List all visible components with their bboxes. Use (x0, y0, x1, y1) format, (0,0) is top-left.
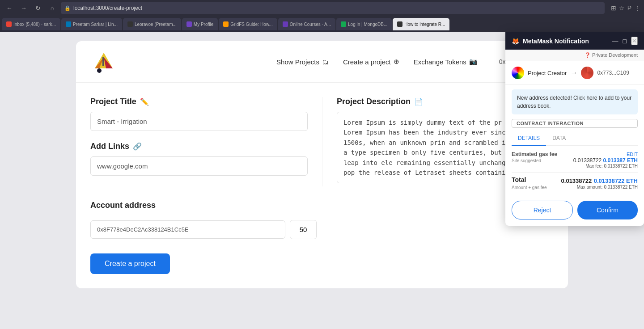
camera-icon: 📷 (469, 58, 478, 66)
account-row: Project Creator → 0x773...C109 (505, 61, 644, 85)
edit-icon: ✏️ (140, 97, 149, 106)
account-address-field: Account address (90, 201, 317, 239)
document-icon: 📄 (414, 97, 423, 106)
tab-gridfs[interactable]: GridFS Guide: How... (219, 18, 277, 30)
project-title-label: Project Title ✏️ (90, 97, 308, 106)
gas-fee-label: Estimated gas fee (512, 151, 557, 157)
help-icon: ❓ (585, 52, 591, 58)
menu-icon[interactable]: ⋮ (634, 4, 640, 12)
max-fee-value: 0.01338722 ETH (604, 164, 638, 169)
browser-tabs: Inbox (5,488) - sark... Preetam Sarkar |… (0, 16, 644, 32)
create-project-button[interactable]: Create a project (90, 253, 170, 274)
back-button[interactable]: ← (4, 2, 15, 14)
link-icon: 🔗 (133, 142, 142, 151)
edit-link[interactable]: EDIT (627, 152, 638, 157)
tab-profile[interactable]: My Profile (182, 18, 218, 30)
close-button[interactable]: ✕ (631, 37, 638, 45)
metamask-fox-icon: 🦊 (512, 38, 519, 45)
star-icon[interactable]: ☆ (619, 4, 625, 12)
contract-badge: CONTRACT INTERACTION (512, 119, 638, 128)
gas-fee-value-group: EDIT 0.01338722 0.013387 ETH Max fee: 0.… (573, 151, 638, 169)
gas-fee-label-group: Estimated gas fee Site suggested (512, 151, 557, 163)
max-amount-group: Max amount: 0.01338722 ETH (561, 185, 638, 190)
metamask-buttons: Reject Confirm (505, 195, 644, 226)
max-amount-label: Max amount: (577, 185, 603, 190)
page-background: Show Projects 🗂 Create a project ⊕ Excha… (0, 32, 644, 329)
tab-favicon (397, 21, 402, 27)
tab-gmail[interactable]: Inbox (5,488) - sark... (2, 18, 60, 30)
tab-favicon (283, 21, 288, 27)
metamask-header: 🦊 MetaMask Notification — □ ✕ (505, 32, 644, 50)
address-alert: New address detected! Click here to add … (512, 89, 638, 114)
metamask-title: 🦊 MetaMask Notification (512, 38, 589, 45)
lock-icon: 🔒 (64, 5, 71, 11)
create-project-link[interactable]: Create a project ⊕ (343, 58, 399, 66)
exchange-tokens-link[interactable]: Exchange Tokens 📷 (414, 58, 478, 66)
max-amount-value: 0.01338722 ETH (604, 185, 638, 190)
briefcase-icon: 🗂 (322, 58, 329, 66)
tab-active[interactable]: How to integrate R... (393, 18, 449, 30)
tab-github[interactable]: Leoravoe (Preetam... (123, 18, 181, 30)
from-account-name: Project Creator (528, 70, 567, 76)
add-links-input[interactable] (90, 156, 308, 176)
amount-gas-label: Amount + gas fee (512, 185, 547, 190)
reject-button[interactable]: Reject (512, 201, 573, 219)
app-nav: Show Projects 🗂 Create a project ⊕ Excha… (76, 41, 568, 83)
home-button[interactable]: ⌂ (47, 2, 58, 14)
metamask-details: Estimated gas fee Site suggested EDIT 0.… (505, 146, 644, 195)
browser-icons: ⊞ ☆ P ⋮ (611, 4, 640, 12)
tab-favicon (341, 21, 346, 27)
form-area: Project Title ✏️ Add Links 🔗 Project Des… (76, 83, 568, 201)
project-title-input[interactable] (90, 112, 308, 131)
to-avatar (581, 67, 593, 79)
network-bar: ❓ Private Development (505, 50, 644, 61)
account-input-row (90, 220, 317, 239)
max-fee-label: Max fee: (585, 164, 602, 169)
metamask-popup: 🦊 MetaMask Notification — □ ✕ ❓ Private … (505, 32, 644, 226)
account-address-label: Account address (90, 201, 317, 210)
browser-toolbar: ← → ↻ ⌂ 🔒 localhost:3000/create-project … (0, 0, 644, 16)
tab-favicon (6, 21, 12, 27)
metamask-tabs: DETAILS DATA (512, 131, 638, 146)
tab-mongodb[interactable]: Log in | MongoDB... (336, 18, 392, 30)
account-address-input[interactable] (90, 220, 285, 239)
divider (512, 172, 638, 173)
reload-button[interactable]: ↻ (32, 2, 44, 14)
browser-chrome: ← → ↻ ⌂ 🔒 localhost:3000/create-project … (0, 0, 644, 32)
total-value-group: 0.01338722 0.01338722 ETH Max amount: 0.… (561, 177, 638, 190)
plus-circle-icon: ⊕ (394, 58, 399, 66)
address-text: localhost:3000/create-project (73, 5, 142, 11)
forward-button[interactable]: → (18, 2, 30, 14)
profile-icon[interactable]: P (627, 4, 631, 12)
total-amount: 0.01338722 (561, 177, 592, 184)
extensions-icon[interactable]: ⊞ (611, 4, 616, 12)
tab-courses[interactable]: Online Courses - A... (278, 18, 335, 30)
total-label-group: Total Amount + gas fee (512, 176, 547, 190)
tab-data[interactable]: DATA (546, 131, 572, 145)
show-projects-link[interactable]: Show Projects 🗂 (276, 58, 329, 66)
address-bar[interactable]: 🔒 localhost:3000/create-project (61, 2, 605, 14)
total-row: Total Amount + gas fee 0.01338722 0.0133… (512, 176, 638, 190)
bottom-row: Account address (76, 201, 568, 253)
tab-details[interactable]: DETAILS (512, 131, 546, 146)
svg-rect-4 (102, 57, 104, 66)
gas-fee-amount: 0.01338722 (573, 157, 602, 164)
tab-favicon (127, 21, 133, 27)
gas-fee-eth: 0.013387 ETH (603, 157, 638, 164)
tab-linkedin[interactable]: Preetam Sarkar | Lin... (61, 18, 122, 30)
site-suggested-label: Site suggested (512, 158, 557, 163)
project-amount-input[interactable] (290, 220, 317, 239)
tab-favicon (66, 21, 71, 27)
arrow-icon: → (570, 69, 577, 77)
add-links-label: Add Links 🔗 (90, 142, 308, 151)
app-logo (90, 48, 117, 75)
to-address: 0x773...C109 (597, 70, 629, 76)
from-avatar (512, 67, 524, 79)
tab-favicon (186, 21, 192, 27)
gas-fee-row: Estimated gas fee Site suggested EDIT 0.… (512, 151, 638, 169)
main-card: Show Projects 🗂 Create a project ⊕ Excha… (76, 41, 568, 288)
confirm-button[interactable]: Confirm (577, 201, 638, 219)
tab-favicon (223, 21, 229, 27)
maximize-button[interactable]: □ (623, 38, 627, 45)
minimize-button[interactable]: — (612, 38, 619, 45)
